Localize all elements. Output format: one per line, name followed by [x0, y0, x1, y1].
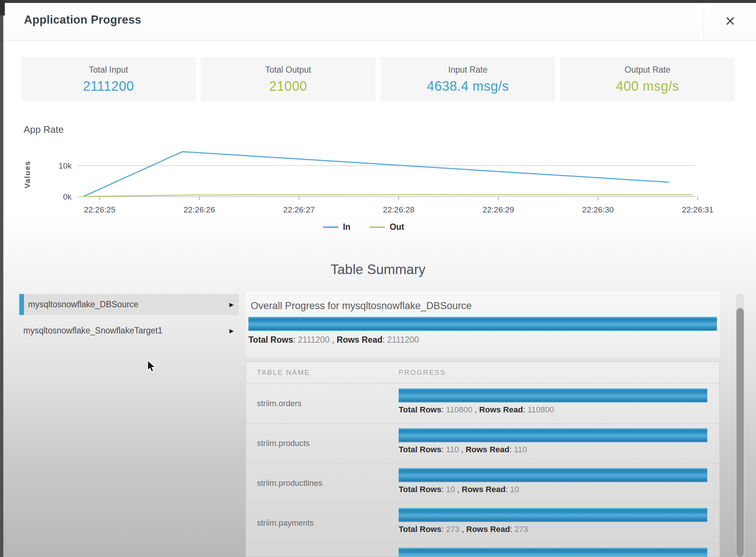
overall-progress-fill	[248, 317, 717, 331]
column-header-progress: PROGRESS	[399, 369, 719, 377]
rows-read-value: 110800	[528, 405, 554, 414]
column-header-table-name: TABLE NAME	[246, 369, 399, 377]
rows-read-label: Rows Read	[465, 445, 509, 454]
stat-label: Input Rate	[448, 65, 487, 75]
application-progress-dialog: Application Progress ✕ Total Input211120…	[0, 0, 756, 557]
row-progress-stats: Total Rows: 110 , Rows Read: 110	[399, 445, 719, 454]
scrollbar[interactable]	[736, 293, 744, 557]
chart-title: App Rate	[24, 124, 63, 135]
table-progress-cell	[399, 543, 719, 557]
row-progress-stats: Total Rows: 273 , Rows Read: 273	[399, 525, 719, 534]
row-progress-stats: Total Rows: 10 , Rows Read: 10	[399, 485, 719, 494]
tables-panel: TABLE NAME PROGRESS striim.ordersTotal R…	[245, 361, 720, 557]
table-name: striim.productlines	[246, 463, 399, 503]
total-rows-label: Total Rows	[248, 335, 293, 345]
stat-card: Output Rate400 msg/s	[560, 57, 735, 101]
chevron-right-icon: ▶	[229, 301, 234, 308]
chart-legend: InOut	[30, 222, 698, 232]
x-tick-label: 22:26:26	[183, 205, 215, 214]
legend-label: Out	[389, 222, 404, 232]
overall-progress-stats: Total Rows: 2111200 , Rows Read: 2111200	[248, 335, 720, 345]
component-list-item[interactable]: mysqltosnowflake_SnowflakeTarget1▶	[19, 320, 239, 341]
row-progress-fill	[399, 548, 707, 557]
x-tick-label: 22:26:31	[682, 205, 714, 214]
row-progress-fill	[399, 468, 707, 482]
total-rows-label: Total Rows	[399, 485, 441, 494]
close-button[interactable]: ✕	[720, 11, 740, 32]
rows-read-value: 273	[515, 525, 528, 534]
total-rows-label: Total Rows	[399, 405, 441, 414]
row-progress-bar	[399, 388, 707, 402]
dialog-title: Application Progress	[24, 13, 141, 27]
rows-read-value: 10	[510, 485, 519, 494]
window-edge-corner	[0, 0, 5, 15]
stats-row: Total Input2111200Total Output21000Input…	[21, 57, 735, 101]
stat-value: 21000	[269, 79, 307, 94]
total-rows-value: 273	[446, 525, 460, 534]
stat-card: Total Input2111200	[21, 57, 196, 101]
legend-label: In	[343, 222, 350, 232]
stat-card: Input Rate4638.4 msg/s	[381, 57, 556, 101]
table-progress-cell: Total Rows: 110 , Rows Read: 110	[399, 423, 719, 463]
table-row	[246, 543, 719, 557]
component-label: mysqltosnowflake_DBSource	[28, 300, 138, 309]
legend-item: Out	[370, 222, 404, 232]
stat-label: Output Rate	[625, 65, 670, 75]
rows-read-value: 2111200	[387, 335, 419, 345]
window-edge-top	[0, 0, 756, 3]
overall-progress-title: Overall Progress for mysqltosnowflake_DB…	[251, 300, 720, 312]
app-rate-chart: 0k10k22:26:2522:26:2622:26:2722:26:2822:…	[30, 144, 720, 218]
x-tick-label: 22:26:28	[383, 205, 415, 214]
overall-progress-panel: Overall Progress for mysqltosnowflake_DB…	[245, 291, 720, 357]
total-rows-value: 110800	[446, 405, 472, 414]
rows-read-label: Rows Read	[462, 485, 506, 494]
x-tick-label: 22:26:25	[84, 205, 116, 214]
legend-swatch-in	[323, 226, 339, 228]
component-label: mysqltosnowflake_SnowflakeTarget1	[23, 326, 162, 336]
table-progress-cell: Total Rows: 273 , Rows Read: 273	[399, 503, 719, 543]
row-progress-bar	[399, 548, 707, 557]
table-row: striim.paymentsTotal Rows: 273 , Rows Re…	[246, 503, 719, 543]
legend-item: In	[323, 222, 350, 232]
y-tick-label: 10k	[59, 161, 72, 170]
table-name: striim.products	[246, 423, 399, 463]
overall-progress-bar	[248, 317, 717, 331]
stat-value: 4638.4 msg/s	[427, 79, 509, 94]
scrollbar-thumb[interactable]	[736, 308, 744, 557]
row-progress-bar	[399, 468, 707, 482]
component-list-item[interactable]: mysqltosnowflake_DBSource▶	[19, 294, 239, 315]
y-tick-label: 0k	[63, 192, 72, 201]
table-progress-cell: Total Rows: 110800 , Rows Read: 110800	[399, 384, 719, 423]
row-progress-bar	[399, 428, 707, 442]
table-rows: striim.ordersTotal Rows: 110800 , Rows R…	[246, 383, 719, 557]
table-row: striim.productlinesTotal Rows: 10 , Rows…	[246, 463, 719, 503]
total-rows-label: Total Rows	[399, 525, 441, 534]
rows-read-label: Rows Read	[479, 405, 523, 414]
total-rows-value: 2111200	[298, 335, 330, 345]
x-tick-label: 22:26:27	[283, 205, 315, 214]
series-line-in	[84, 152, 669, 196]
stat-label: Total Output	[265, 65, 311, 75]
legend-swatch-out	[370, 226, 385, 228]
row-progress-stats: Total Rows: 110800 , Rows Read: 110800	[399, 405, 719, 415]
chevron-right-icon: ▶	[229, 328, 234, 334]
x-tick-label: 22:26:30	[582, 205, 614, 214]
stat-value: 400 msg/s	[616, 79, 679, 94]
selected-indicator	[19, 294, 24, 315]
rows-read-label: Rows Read	[337, 335, 382, 345]
mouse-cursor	[147, 360, 159, 373]
table-row: striim.ordersTotal Rows: 110800 , Rows R…	[246, 383, 719, 423]
rows-read-label: Rows Read	[466, 525, 510, 534]
window-edge-left	[0, 0, 3, 557]
rows-read-value: 110	[514, 445, 527, 454]
close-icon: ✕	[725, 14, 736, 29]
table-header-row: TABLE NAME PROGRESS	[246, 362, 719, 383]
table-progress-cell: Total Rows: 10 , Rows Read: 10	[399, 463, 719, 503]
table-row: striim.productsTotal Rows: 110 , Rows Re…	[246, 423, 719, 463]
total-rows-value: 10	[446, 485, 455, 494]
header-divider	[704, 3, 704, 41]
table-summary-title: Table Summary	[0, 262, 756, 277]
row-progress-fill	[399, 388, 707, 402]
row-progress-fill	[399, 428, 707, 442]
table-name	[246, 543, 399, 557]
